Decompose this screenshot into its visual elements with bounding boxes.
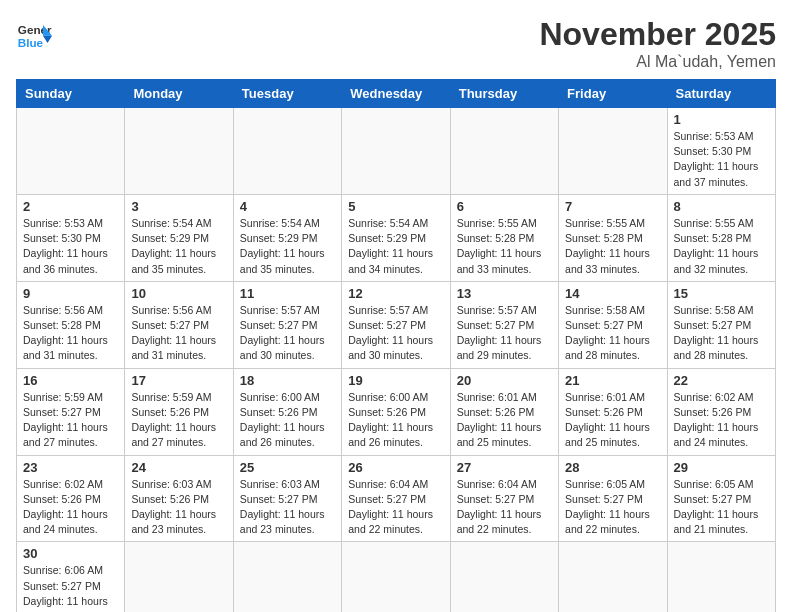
day-cell <box>667 542 775 612</box>
calendar-header-row: SundayMondayTuesdayWednesdayThursdayFrid… <box>17 80 776 108</box>
day-cell: 28Sunrise: 6:05 AMSunset: 5:27 PMDayligh… <box>559 455 667 542</box>
day-info: Sunrise: 5:55 AMSunset: 5:28 PMDaylight:… <box>565 216 660 277</box>
day-cell: 29Sunrise: 6:05 AMSunset: 5:27 PMDayligh… <box>667 455 775 542</box>
svg-text:Blue: Blue <box>18 36 44 49</box>
week-row-5: 30Sunrise: 6:06 AMSunset: 5:27 PMDayligh… <box>17 542 776 612</box>
day-number: 5 <box>348 199 443 214</box>
day-info: Sunrise: 6:02 AMSunset: 5:26 PMDaylight:… <box>674 390 769 451</box>
day-number: 18 <box>240 373 335 388</box>
day-number: 28 <box>565 460 660 475</box>
day-info: Sunrise: 5:57 AMSunset: 5:27 PMDaylight:… <box>240 303 335 364</box>
col-header-thursday: Thursday <box>450 80 558 108</box>
day-info: Sunrise: 5:56 AMSunset: 5:27 PMDaylight:… <box>131 303 226 364</box>
day-info: Sunrise: 5:54 AMSunset: 5:29 PMDaylight:… <box>348 216 443 277</box>
day-number: 27 <box>457 460 552 475</box>
day-cell: 21Sunrise: 6:01 AMSunset: 5:26 PMDayligh… <box>559 368 667 455</box>
day-cell: 12Sunrise: 5:57 AMSunset: 5:27 PMDayligh… <box>342 281 450 368</box>
day-cell <box>17 108 125 195</box>
day-cell: 5Sunrise: 5:54 AMSunset: 5:29 PMDaylight… <box>342 194 450 281</box>
day-cell: 14Sunrise: 5:58 AMSunset: 5:27 PMDayligh… <box>559 281 667 368</box>
day-cell: 1Sunrise: 5:53 AMSunset: 5:30 PMDaylight… <box>667 108 775 195</box>
day-info: Sunrise: 5:54 AMSunset: 5:29 PMDaylight:… <box>240 216 335 277</box>
day-cell: 26Sunrise: 6:04 AMSunset: 5:27 PMDayligh… <box>342 455 450 542</box>
day-cell: 17Sunrise: 5:59 AMSunset: 5:26 PMDayligh… <box>125 368 233 455</box>
day-number: 12 <box>348 286 443 301</box>
day-cell: 23Sunrise: 6:02 AMSunset: 5:26 PMDayligh… <box>17 455 125 542</box>
day-number: 21 <box>565 373 660 388</box>
title-block: November 2025 Al Ma`udah, Yemen <box>539 16 776 71</box>
day-cell: 20Sunrise: 6:01 AMSunset: 5:26 PMDayligh… <box>450 368 558 455</box>
day-info: Sunrise: 5:53 AMSunset: 5:30 PMDaylight:… <box>23 216 118 277</box>
week-row-2: 9Sunrise: 5:56 AMSunset: 5:28 PMDaylight… <box>17 281 776 368</box>
day-cell: 7Sunrise: 5:55 AMSunset: 5:28 PMDaylight… <box>559 194 667 281</box>
month-title: November 2025 <box>539 16 776 53</box>
day-cell: 30Sunrise: 6:06 AMSunset: 5:27 PMDayligh… <box>17 542 125 612</box>
day-cell: 6Sunrise: 5:55 AMSunset: 5:28 PMDaylight… <box>450 194 558 281</box>
day-number: 22 <box>674 373 769 388</box>
day-cell <box>233 542 341 612</box>
day-info: Sunrise: 6:03 AMSunset: 5:27 PMDaylight:… <box>240 477 335 538</box>
day-cell: 15Sunrise: 5:58 AMSunset: 5:27 PMDayligh… <box>667 281 775 368</box>
day-cell: 3Sunrise: 5:54 AMSunset: 5:29 PMDaylight… <box>125 194 233 281</box>
day-info: Sunrise: 6:05 AMSunset: 5:27 PMDaylight:… <box>565 477 660 538</box>
day-info: Sunrise: 6:06 AMSunset: 5:27 PMDaylight:… <box>23 563 118 612</box>
day-cell: 25Sunrise: 6:03 AMSunset: 5:27 PMDayligh… <box>233 455 341 542</box>
day-info: Sunrise: 6:00 AMSunset: 5:26 PMDaylight:… <box>348 390 443 451</box>
week-row-4: 23Sunrise: 6:02 AMSunset: 5:26 PMDayligh… <box>17 455 776 542</box>
day-number: 29 <box>674 460 769 475</box>
day-info: Sunrise: 6:01 AMSunset: 5:26 PMDaylight:… <box>457 390 552 451</box>
page-header: General Blue November 2025 Al Ma`udah, Y… <box>16 16 776 71</box>
day-info: Sunrise: 5:58 AMSunset: 5:27 PMDaylight:… <box>565 303 660 364</box>
day-number: 19 <box>348 373 443 388</box>
day-number: 14 <box>565 286 660 301</box>
day-cell: 16Sunrise: 5:59 AMSunset: 5:27 PMDayligh… <box>17 368 125 455</box>
day-number: 24 <box>131 460 226 475</box>
day-info: Sunrise: 6:00 AMSunset: 5:26 PMDaylight:… <box>240 390 335 451</box>
day-info: Sunrise: 6:05 AMSunset: 5:27 PMDaylight:… <box>674 477 769 538</box>
day-cell: 19Sunrise: 6:00 AMSunset: 5:26 PMDayligh… <box>342 368 450 455</box>
day-cell: 27Sunrise: 6:04 AMSunset: 5:27 PMDayligh… <box>450 455 558 542</box>
day-number: 11 <box>240 286 335 301</box>
day-number: 8 <box>674 199 769 214</box>
day-number: 7 <box>565 199 660 214</box>
day-info: Sunrise: 6:04 AMSunset: 5:27 PMDaylight:… <box>348 477 443 538</box>
day-info: Sunrise: 5:54 AMSunset: 5:29 PMDaylight:… <box>131 216 226 277</box>
day-info: Sunrise: 5:58 AMSunset: 5:27 PMDaylight:… <box>674 303 769 364</box>
day-number: 1 <box>674 112 769 127</box>
day-info: Sunrise: 5:57 AMSunset: 5:27 PMDaylight:… <box>348 303 443 364</box>
day-info: Sunrise: 5:55 AMSunset: 5:28 PMDaylight:… <box>674 216 769 277</box>
col-header-friday: Friday <box>559 80 667 108</box>
day-cell: 9Sunrise: 5:56 AMSunset: 5:28 PMDaylight… <box>17 281 125 368</box>
day-info: Sunrise: 5:59 AMSunset: 5:26 PMDaylight:… <box>131 390 226 451</box>
day-info: Sunrise: 6:02 AMSunset: 5:26 PMDaylight:… <box>23 477 118 538</box>
day-number: 3 <box>131 199 226 214</box>
week-row-1: 2Sunrise: 5:53 AMSunset: 5:30 PMDaylight… <box>17 194 776 281</box>
day-cell <box>233 108 341 195</box>
logo: General Blue <box>16 16 52 52</box>
day-number: 30 <box>23 546 118 561</box>
day-number: 17 <box>131 373 226 388</box>
day-cell <box>342 108 450 195</box>
location: Al Ma`udah, Yemen <box>539 53 776 71</box>
calendar-table: SundayMondayTuesdayWednesdayThursdayFrid… <box>16 79 776 612</box>
day-info: Sunrise: 6:04 AMSunset: 5:27 PMDaylight:… <box>457 477 552 538</box>
day-number: 13 <box>457 286 552 301</box>
day-cell <box>342 542 450 612</box>
day-cell: 8Sunrise: 5:55 AMSunset: 5:28 PMDaylight… <box>667 194 775 281</box>
day-number: 6 <box>457 199 552 214</box>
day-number: 4 <box>240 199 335 214</box>
col-header-tuesday: Tuesday <box>233 80 341 108</box>
day-cell <box>125 542 233 612</box>
day-cell: 13Sunrise: 5:57 AMSunset: 5:27 PMDayligh… <box>450 281 558 368</box>
day-number: 10 <box>131 286 226 301</box>
day-cell <box>125 108 233 195</box>
day-cell: 10Sunrise: 5:56 AMSunset: 5:27 PMDayligh… <box>125 281 233 368</box>
day-number: 16 <box>23 373 118 388</box>
day-cell <box>559 108 667 195</box>
day-cell <box>559 542 667 612</box>
logo-icon: General Blue <box>16 16 52 52</box>
day-cell: 4Sunrise: 5:54 AMSunset: 5:29 PMDaylight… <box>233 194 341 281</box>
day-info: Sunrise: 5:56 AMSunset: 5:28 PMDaylight:… <box>23 303 118 364</box>
day-number: 20 <box>457 373 552 388</box>
day-cell: 22Sunrise: 6:02 AMSunset: 5:26 PMDayligh… <box>667 368 775 455</box>
